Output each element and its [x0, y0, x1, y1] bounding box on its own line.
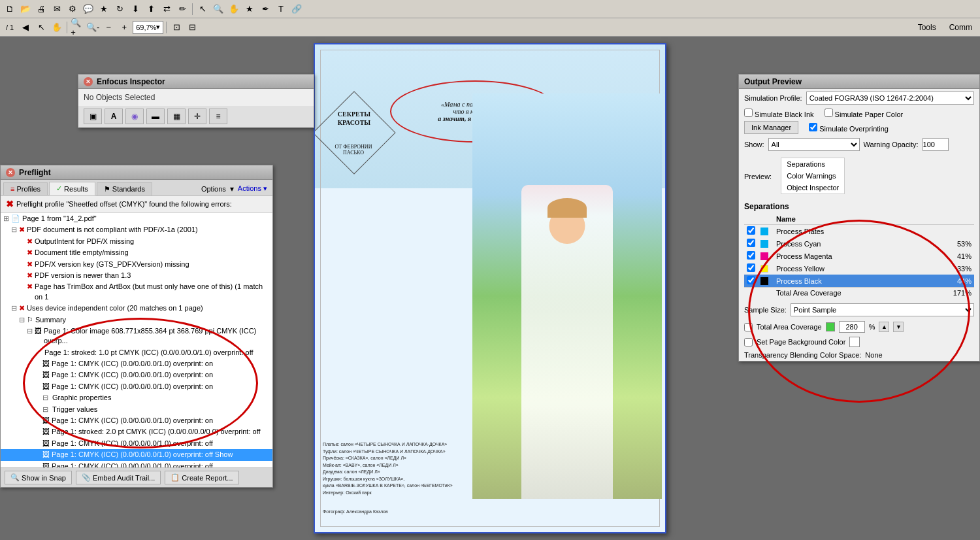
email-btn[interactable]: ✉ — [50, 2, 64, 16]
tree-item-5[interactable]: ✖ PDF version is newer than 1.3 — [1, 270, 272, 281]
tree-item-6[interactable]: ✖ Page has TrimBox and ArtBox (but must … — [1, 281, 272, 303]
sep-check-1[interactable] — [747, 239, 755, 247]
select-btn[interactable]: ↖ — [195, 2, 210, 16]
sep-pct-3: 33% — [941, 262, 974, 275]
insp-icon-0[interactable]: ▣ — [84, 109, 102, 124]
cursor-tool[interactable]: ↖ — [34, 20, 48, 35]
sep-check-0[interactable] — [747, 226, 755, 235]
sep-row-3[interactable]: Process Yellow 33% — [744, 262, 974, 275]
insp-icon-4[interactable]: ▦ — [167, 109, 186, 124]
tree-item-10[interactable]: Page 1: stroked: 1.0 pt CMYK (ICC) (0.0/… — [1, 347, 272, 358]
insp-icon-2[interactable]: ◉ — [125, 109, 144, 124]
show-select[interactable]: All — [768, 138, 860, 151]
tac-checkbox[interactable] — [744, 323, 753, 331]
preflight-tree[interactable]: ⊞ 📄 Page 1 from "14_2.pdf" ⊟ ✖ PDF docum… — [1, 212, 272, 467]
download-btn[interactable]: ⬇ — [128, 2, 142, 16]
text-btn[interactable]: T — [274, 2, 288, 16]
sep-check-2[interactable] — [747, 251, 755, 260]
tac-row-label: Total Area Coverage — [757, 323, 822, 331]
stamp-btn[interactable]: ★ — [242, 2, 257, 16]
comment-btn[interactable]: 💬 — [81, 2, 95, 16]
ink-manager-btn[interactable]: Ink Manager — [744, 121, 798, 134]
embed-audit-btn[interactable]: 📎 Embed Audit Trail... — [76, 471, 161, 484]
zoom-btn[interactable]: 🔍 — [211, 2, 225, 16]
zoom-value[interactable]: 69,7%▾ — [133, 21, 163, 34]
fit-page[interactable]: ⊡ — [169, 20, 184, 35]
preflight-titlebar: ✕ Preflight — [1, 165, 272, 180]
tac-down-btn[interactable]: ▼ — [893, 322, 904, 332]
preflight-close-btn[interactable]: ✕ — [6, 168, 15, 177]
tree-item-9[interactable]: ⊟ 🖼 Page 1: Color image 608.771x855.364 … — [1, 326, 272, 347]
sep-check-3[interactable] — [747, 263, 755, 272]
tree-item-8[interactable]: ⊟ ⚐ Summary — [1, 314, 272, 326]
tab-standards[interactable]: ⚑ Standards — [97, 182, 152, 195]
sep-row-0[interactable]: Process Plates — [744, 225, 974, 238]
sep-row-2[interactable]: Process Magenta 41% — [744, 250, 974, 262]
preview-item-object-inspector[interactable]: Object Inspector — [781, 182, 844, 194]
link-btn[interactable]: 🔗 — [289, 2, 304, 16]
tree-item-12[interactable]: 🖼 Page 1: CMYK (ICC) (0.0/0.0/0.0/1.0) o… — [1, 369, 272, 380]
zoom-in[interactable]: 🔍+ — [70, 20, 84, 35]
tab-results[interactable]: ✓ Results — [49, 182, 95, 195]
sep-row-1[interactable]: Process Cyan 53% — [744, 237, 974, 250]
tools-label[interactable]: Tools — [913, 23, 941, 32]
tree-item-20[interactable]: 🖼 Page 1: CMYK (ICC) (0.0/0.0/0.0/1.0) o… — [1, 461, 272, 467]
show-in-snap-btn[interactable]: 🔍 Show in Snap — [5, 471, 72, 484]
share-btn[interactable]: ⇄ — [159, 2, 174, 16]
tree-item-18[interactable]: 🖼 Page 1: CMYK (ICC) (0.0/0.0/0.0/1.0) o… — [1, 438, 272, 449]
insp-icon-5[interactable]: ✛ — [188, 109, 206, 124]
fit-width[interactable]: ⊟ — [185, 20, 199, 35]
settings-btn[interactable]: ⚙ — [65, 2, 80, 16]
tree-item-19[interactable]: 🖼 Page 1: CMYK (ICC) (0.0/0.0/0.0/1.0) o… — [1, 449, 272, 460]
zoom-out[interactable]: 🔍- — [86, 20, 100, 35]
tree-item-0[interactable]: ⊞ 📄 Page 1 from "14_2.pdf" — [1, 213, 272, 224]
prev-page[interactable]: ◀ — [18, 20, 33, 35]
warning-opacity-input[interactable] — [923, 138, 949, 151]
markup-btn[interactable]: ✏ — [175, 2, 189, 16]
preview-item-color-warnings[interactable]: Color Warnings — [781, 170, 844, 182]
create-report-btn[interactable]: 📋 Create Report... — [165, 471, 238, 484]
tree-item-17[interactable]: 🖼 Page 1: stroked: 2.0 pt CMYK (ICC) (0.… — [1, 426, 272, 437]
sim-black-ink-checkbox[interactable] — [744, 109, 753, 117]
zoom-minus[interactable]: − — [101, 20, 116, 35]
insp-icon-3[interactable]: ▬ — [146, 109, 165, 124]
print-btn[interactable]: 🖨 — [34, 2, 48, 16]
new-btn[interactable]: 🗋 — [3, 2, 17, 16]
scroll-tool[interactable]: ✋ — [50, 20, 64, 35]
sim-overprinting-checkbox[interactable] — [809, 123, 817, 131]
tree-item-3[interactable]: ✖ Document title empty/missing — [1, 247, 272, 258]
sep-row-4-selected[interactable]: Process Black 44% — [744, 275, 974, 288]
tree-item-7[interactable]: ⊟ ✖ Uses device independent color (20 ma… — [1, 303, 272, 314]
tree-item-11[interactable]: 🖼 Page 1: CMYK (ICC) (0.0/0.0/0.0/1.0) o… — [1, 358, 272, 369]
open-btn[interactable]: 📂 — [18, 2, 33, 16]
preview-item-separations[interactable]: Separations — [781, 158, 844, 170]
tac-value-input[interactable] — [839, 321, 865, 333]
sim-paper-color-checkbox[interactable] — [825, 109, 833, 117]
sim-profile-select[interactable]: Coated FOGRA39 (ISO 12647-2:2004) — [806, 92, 974, 105]
sep-check-4[interactable] — [747, 276, 755, 284]
pen-btn[interactable]: ✒ — [258, 2, 272, 16]
refresh-btn[interactable]: ↻ — [112, 2, 127, 16]
preflight-actions[interactable]: Actions ▾ — [235, 184, 270, 193]
tree-item-13[interactable]: 🖼 Page 1: CMYK (ICC) (0.0/0.0/0.0/1.0) o… — [1, 381, 272, 392]
bg-color-swatch[interactable] — [849, 337, 860, 347]
insp-icon-6[interactable]: ≡ — [209, 109, 227, 124]
comm-label[interactable]: Comm — [944, 23, 977, 32]
star-btn[interactable]: ★ — [97, 2, 111, 16]
tab-profiles[interactable]: ≡ Profiles — [3, 182, 48, 195]
tree-item-14[interactable]: ⊟ Graphic properties — [1, 392, 272, 403]
tree-item-1[interactable]: ⊟ ✖ PDF document is not compliant with P… — [1, 224, 272, 235]
bg-color-checkbox[interactable] — [744, 338, 753, 346]
upload-btn[interactable]: ⬆ — [144, 2, 158, 16]
tac-up-btn[interactable]: ▲ — [879, 322, 889, 332]
tree-item-4[interactable]: ✖ PDF/X version key (GTS_PDFXVersion) mi… — [1, 259, 272, 270]
zoom-plus[interactable]: + — [117, 20, 131, 35]
insp-icon-1[interactable]: A — [105, 109, 123, 124]
tree-item-16[interactable]: 🖼 Page 1: CMYK (ICC) (0.0/0.0/0.0/1.0) o… — [1, 415, 272, 426]
preflight-options[interactable]: Options — [199, 185, 229, 193]
hand-btn[interactable]: ✋ — [227, 2, 241, 16]
tree-item-2[interactable]: ✖ OutputIntent for PDF/X missing — [1, 236, 272, 247]
inspector-close-btn[interactable]: ✕ — [84, 77, 93, 86]
sample-size-select[interactable]: Point Sample — [791, 303, 974, 316]
tree-item-15[interactable]: ⊟ Trigger values — [1, 404, 272, 415]
